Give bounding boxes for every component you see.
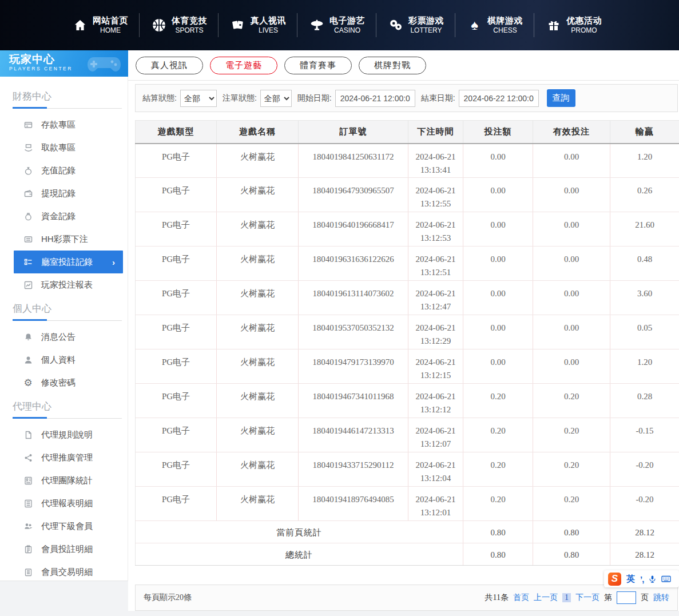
tab-live-video[interactable]: 真人視訊 — [136, 57, 203, 74]
sidebar-item-label: 玩家投注報表 — [41, 280, 93, 291]
nav-item-lottery[interactable]: 彩票游戏 LOTTERY — [376, 9, 455, 41]
settle-status-select[interactable]: 全部 — [180, 90, 217, 107]
sidebar-item-member-bet-detail[interactable]: 會員投註明細 — [0, 538, 128, 561]
basketball-icon — [151, 18, 166, 33]
cell-bet-time: 2024-06-21 13:12:53 — [408, 212, 463, 247]
table-row: PG电子 火树赢花 1804019613114073602 2024-06-21… — [136, 281, 679, 315]
cell-order-no: 1804019647930965507 — [299, 178, 408, 212]
cell-game-name: 火树赢花 — [217, 281, 299, 315]
settle-status-label: 結算狀態: — [142, 93, 177, 104]
jump-page-input[interactable] — [617, 591, 636, 604]
sidebar-item-label: 存款專區 — [41, 120, 76, 130]
table-header-row: 遊戲類型 遊戲名稱 訂單號 下注時間 投注額 有效投注 輸贏 — [136, 121, 679, 144]
ime-toolbar: S 英 ’, — [604, 570, 679, 587]
document-icon — [23, 431, 33, 439]
sidebar-item-funds-record[interactable]: 資金記錄 — [0, 205, 128, 228]
cell-bet-amount: 0.00 — [463, 212, 533, 247]
sidebar-item-hh-lottery-bets[interactable]: HH彩票下注 — [0, 228, 128, 251]
cell-bet-time: 2024-06-21 13:12:01 — [408, 487, 463, 521]
cell-winloss: 0.26 — [610, 178, 679, 212]
sidebar-item-agent-promotion[interactable]: 代理推廣管理 — [0, 446, 128, 469]
sogou-logo-icon[interactable]: S — [608, 573, 621, 586]
jump-suffix-label: 页 — [641, 593, 649, 603]
microphone-icon[interactable] — [649, 575, 656, 583]
sidebar-item-label: 取款專區 — [41, 142, 76, 153]
cell-winloss: 3.60 — [610, 281, 679, 315]
cell-order-no: 1804019467341011968 — [299, 384, 408, 418]
col-header-game-type: 遊戲類型 — [136, 121, 217, 144]
cell-order-no: 1804019446147213313 — [299, 418, 408, 452]
sidebar-item-profile[interactable]: 個人資料 — [0, 348, 128, 371]
nav-item-home[interactable]: 网站首页 HOME — [61, 9, 140, 41]
cell-game-type: PG电子 — [136, 349, 217, 384]
end-date-input[interactable] — [459, 90, 539, 107]
sidebar-header: 玩家中心 PLAYERS CENTER — [0, 50, 128, 77]
sidebar-item-recharge-record[interactable]: 充值記錄 — [0, 159, 128, 182]
sidebar-item-player-bet-report[interactable]: 玩家投注報表 — [0, 273, 128, 296]
first-page-link[interactable]: 首页 — [513, 593, 529, 603]
nav-item-promo[interactable]: 优惠活动 PROMO — [534, 9, 613, 41]
cell-game-type: PG电子 — [136, 452, 217, 487]
sidebar-item-deposit[interactable]: 存款專區 — [0, 113, 128, 136]
clipboard-icon — [23, 545, 33, 554]
table-row: PG电子 火树赢花 1804019647930965507 2024-06-21… — [136, 178, 679, 212]
roulette-icon — [309, 18, 324, 33]
ledger-icon — [23, 568, 33, 577]
sidebar: 財務中心 存款專區 取款專區 充值記錄 提現記錄 資金記錄 HH彩票下注 廳室投… — [0, 77, 128, 581]
tab-board-games[interactable]: 棋牌對戰 — [359, 57, 426, 74]
nav-item-sports[interactable]: 体育竞技 SPORTS — [140, 9, 219, 41]
jump-button[interactable]: 跳转 — [653, 593, 669, 603]
order-status-select[interactable]: 全部 — [260, 90, 292, 107]
tab-electronic-games[interactable]: 電子遊藝 — [210, 57, 277, 74]
nav-item-chess[interactable]: ♠ 棋牌游戏 CHESS — [455, 9, 534, 41]
nav-item-casino[interactable]: 电子游艺 CASINO — [297, 9, 376, 41]
cell-game-type: PG电子 — [136, 384, 217, 418]
tab-sports-events[interactable]: 體育賽事 — [284, 57, 352, 74]
sidebar-item-label: 廳室投註記錄 — [41, 257, 93, 268]
cell-game-name: 火树赢花 — [217, 349, 299, 384]
nav-item-lives[interactable]: 真人视讯 LIVES — [219, 9, 297, 41]
keyboard-icon[interactable] — [661, 575, 671, 583]
ime-punctuation-toggle[interactable]: ’, — [640, 574, 644, 584]
next-page-link[interactable]: 下一页 — [575, 593, 599, 603]
section-underline — [13, 417, 122, 419]
sidebar-item-label: HH彩票下注 — [41, 234, 88, 245]
jump-prefix-label: 第 — [604, 593, 612, 603]
id-card-icon — [23, 476, 33, 485]
cell-valid-bet: 0.00 — [533, 315, 610, 349]
sidebar-item-agent-report-detail[interactable]: 代理報表明細 — [0, 492, 128, 515]
sidebar-item-announcements[interactable]: 消息公告 — [0, 325, 128, 348]
deposit-card-icon — [23, 121, 33, 129]
cell-game-name: 火树赢花 — [217, 315, 299, 349]
sidebar-item-agent-downline-members[interactable]: 代理下級會員 — [0, 515, 128, 538]
sidebar-item-change-password[interactable]: ⚙ 修改密碼 — [0, 371, 128, 394]
sidebar-item-hall-bet-records[interactable]: 廳室投註記錄 › — [14, 251, 123, 273]
start-date-label: 開始日期: — [297, 93, 332, 104]
query-button[interactable]: 查詢 — [547, 89, 575, 107]
cell-game-type: PG电子 — [136, 281, 217, 315]
sidebar-item-agent-team-stats[interactable]: 代理團隊統計 — [0, 469, 128, 492]
cell-winloss: 0.48 — [610, 247, 679, 281]
start-date-input[interactable] — [335, 90, 415, 107]
filter-bar: 結算狀態: 全部 注單狀態: 全部 開始日期: 結束日期: 查詢 — [135, 84, 678, 112]
col-header-order-no: 訂單號 — [299, 121, 408, 144]
section-underline — [13, 107, 122, 109]
nav-lives-en: LIVES — [251, 26, 286, 35]
cell-bet-amount: 0.00 — [463, 315, 533, 349]
sidebar-item-member-transaction-detail[interactable]: 會員交易明細 — [0, 561, 128, 583]
cell-valid-bet: 0.00 — [533, 212, 610, 247]
ime-language-toggle[interactable]: 英 — [626, 574, 635, 585]
total-count: 共11条 — [485, 593, 509, 603]
cell-game-name: 火树赢花 — [217, 487, 299, 521]
cell-winloss: 0.28 — [610, 384, 679, 418]
pager: 共11条 首页 上一页 1 下一页 第 页 跳转 — [485, 591, 669, 604]
col-header-bet-time: 下注時間 — [408, 121, 463, 144]
cell-valid-bet: 0.20 — [533, 384, 610, 418]
sidebar-item-withdraw[interactable]: 取款專區 — [0, 136, 128, 159]
prev-page-link[interactable]: 上一页 — [534, 593, 558, 603]
sidebar-item-agent-rules[interactable]: 代理規則說明 — [0, 423, 128, 446]
sidebar-item-withdrawal-record[interactable]: 提現記錄 — [0, 182, 128, 205]
cell-order-no: 1804019640196668417 — [299, 212, 408, 247]
summary-valid-bet: 0.80 — [533, 521, 610, 543]
cell-bet-amount: 0.00 — [463, 349, 533, 384]
